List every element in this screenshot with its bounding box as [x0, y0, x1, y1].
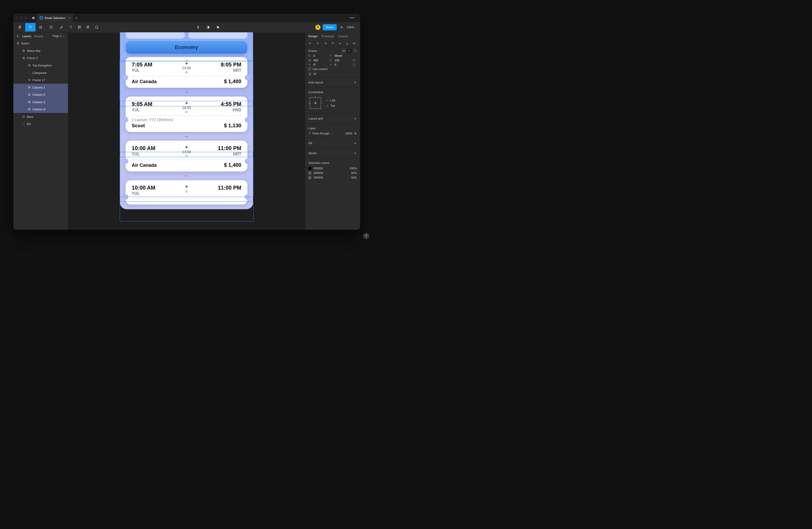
portrait-button[interactable] — [341, 49, 346, 53]
comment-tool[interactable] — [92, 23, 101, 32]
new-tab-button[interactable]: ＋ — [73, 16, 80, 20]
layers-tab[interactable]: Layers — [22, 34, 31, 38]
traffic-close[interactable] — [15, 16, 18, 19]
radius-input[interactable]: 0 — [335, 63, 349, 67]
flight-card[interactable]: 10:00 AMYUL✈11:00 PM — [126, 180, 247, 204]
layer-tree[interactable]: SelectStatus BarFrame 2Top NavigationCat… — [13, 40, 68, 230]
flight-card[interactable]: 10:00 AMYUL✈13:0011:00 PMNRTAir Canada$ … — [126, 141, 247, 171]
departure-code: YUL — [132, 68, 152, 73]
design-tab[interactable]: Design — [308, 34, 318, 38]
zoom-selector[interactable]: 146% ⌄ — [347, 26, 357, 29]
close-tab-button[interactable]: × — [69, 16, 70, 19]
page-selector[interactable]: Page 1 ⌄ — [53, 34, 65, 38]
toolbar: ⌄ ⌄ ⌄ ⌄ ⌄ — [13, 22, 360, 32]
frame-tool[interactable]: ⌄ — [35, 23, 46, 32]
color-swatch — [308, 171, 311, 174]
layer-row[interactable]: Frame 2 — [13, 54, 68, 62]
class-pill[interactable]: Economy — [126, 41, 247, 54]
layer-row[interactable]: Column 2 — [13, 91, 68, 99]
layer-row[interactable]: Status Bar — [13, 47, 68, 55]
smart-selection-spacing[interactable]: 16 — [308, 72, 357, 76]
inspect-tab[interactable]: Inspect — [338, 34, 348, 38]
pen-icon — [60, 25, 63, 29]
independent-corners-button[interactable] — [351, 63, 357, 66]
search-icon[interactable] — [16, 35, 19, 38]
spacing-handle[interactable] — [126, 91, 247, 93]
layer-row[interactable]: Frame 17 — [13, 76, 68, 84]
layer-row[interactable]: Column 4 — [13, 106, 68, 113]
canvas[interactable]: Economy 7:05 AMYUL✈13:008:05 PMNRTAir Ca… — [68, 33, 305, 230]
layer-row[interactable]: BG — [13, 120, 68, 128]
add-auto-layout-button[interactable]: ＋ — [354, 80, 357, 84]
departure-code: YUL — [132, 152, 155, 157]
align-hcenter-button[interactable] — [314, 40, 322, 47]
layer-row[interactable]: Top Navigation — [13, 62, 68, 69]
link-wh-button[interactable] — [351, 59, 357, 62]
mask-button[interactable] — [204, 23, 212, 32]
boolean-button[interactable]: ⌄ — [214, 23, 222, 32]
layer-row[interactable]: Categories — [13, 69, 68, 76]
spacing-handle[interactable] — [126, 175, 247, 177]
rotation-input[interactable]: 0° — [313, 63, 328, 67]
spacing-value[interactable]: 16 — [313, 72, 316, 76]
text-tool[interactable] — [67, 23, 75, 32]
move-tool[interactable]: ⌄ — [25, 23, 35, 32]
frame-section-label[interactable]: Frame — [308, 49, 317, 53]
shape-tool[interactable]: ⌄ — [46, 23, 56, 32]
document-tab[interactable]: Smart Selection × — [37, 14, 73, 22]
traffic-max[interactable] — [24, 16, 26, 19]
layer-row[interactable]: Base — [13, 113, 68, 120]
svg-rect-17 — [343, 50, 344, 52]
h-input[interactable]: 120 — [335, 59, 349, 62]
w-label: W — [308, 59, 312, 62]
spacing-handle[interactable] — [126, 135, 247, 137]
resources-tool[interactable] — [75, 23, 84, 32]
constraints-widget[interactable] — [310, 98, 321, 109]
main-menu-button[interactable]: ⌄ — [15, 23, 25, 32]
blend-mode-select[interactable]: Pass through — [313, 132, 329, 135]
align-bottom-button[interactable] — [344, 40, 351, 47]
user-avatar[interactable]: S — [315, 25, 321, 30]
home-button[interactable] — [30, 14, 37, 21]
flight-card[interactable]: 7:05 AMYUL✈13:008:05 PMNRTAir Canada$ 1,… — [126, 57, 247, 88]
share-button[interactable]: Share — [323, 24, 337, 30]
flight-card[interactable]: 9:05 AMYUL✈18:554:55 PMHND1 Layover: YYZ… — [126, 97, 247, 132]
text-icon — [69, 25, 73, 29]
layer-row[interactable]: Column 1 — [13, 84, 68, 91]
arrow-v-icon — [326, 104, 329, 107]
selection-color-row[interactable]: 000000100% — [308, 166, 357, 171]
w-input[interactable]: 393 — [313, 59, 328, 62]
pen-tool[interactable]: ⌄ — [56, 23, 67, 32]
chevron-down-icon: ⌄ — [331, 132, 333, 135]
traffic-min[interactable] — [20, 16, 22, 19]
assets-tab[interactable]: Assets — [34, 34, 43, 38]
add-layout-grid-button[interactable]: ＋ — [354, 116, 357, 121]
align-right-button[interactable] — [322, 40, 329, 47]
selection-color-row[interactable]: 00000060% — [308, 175, 357, 180]
add-stroke-button[interactable]: ＋ — [354, 151, 357, 155]
prototype-tab[interactable]: Prototype — [322, 34, 334, 38]
present-button[interactable] — [339, 24, 344, 30]
opacity-input[interactable]: 100% — [345, 132, 352, 135]
align-left-button[interactable] — [307, 40, 314, 47]
layer-row[interactable]: Select — [13, 40, 68, 47]
align-top-button[interactable] — [329, 40, 336, 47]
layer-row[interactable]: Column 3 — [13, 98, 68, 106]
align-vcenter-button[interactable] — [336, 40, 344, 47]
constraint-v-select[interactable]: Top ⌄ — [326, 104, 338, 107]
hand-tool[interactable] — [84, 23, 92, 32]
selection-color-row[interactable]: 00000060% — [308, 171, 357, 175]
resize-to-fit-button[interactable] — [354, 49, 357, 53]
design-frame[interactable]: Economy 7:05 AMYUL✈13:008:05 PMNRTAir Ca… — [120, 33, 253, 209]
orientation-segment[interactable] — [341, 49, 352, 53]
overflow-menu-button[interactable]: ••• — [346, 16, 358, 20]
constraint-h-select[interactable]: Left ⌄ — [326, 99, 338, 102]
clip-content-checkbox[interactable] — [308, 68, 311, 70]
component-actions-button[interactable]: ⌄ — [194, 23, 202, 32]
distribute-button[interactable]: ⌄ — [351, 40, 359, 47]
y-input[interactable]: Mixed — [335, 54, 349, 57]
x-input[interactable]: 0 — [313, 54, 328, 57]
landscape-button[interactable] — [346, 49, 352, 53]
visibility-toggle[interactable] — [354, 132, 357, 135]
add-fill-button[interactable]: ＋ — [354, 141, 357, 145]
